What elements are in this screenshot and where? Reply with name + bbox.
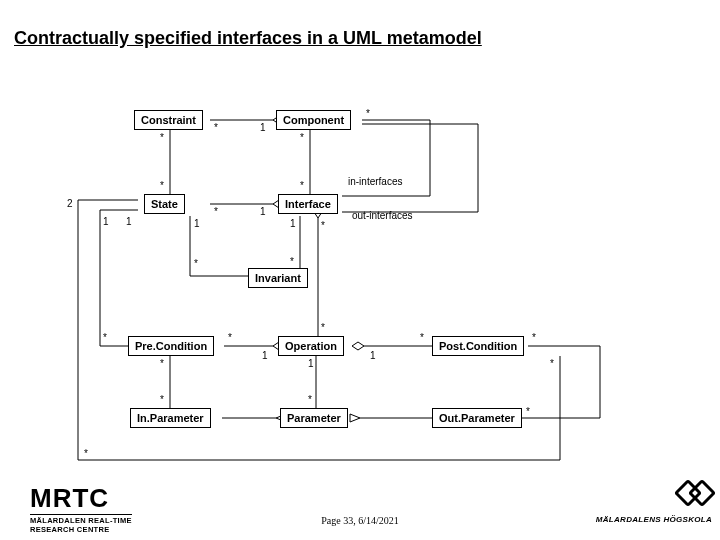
logo-mdh: MÄLARDALENS HÖGSKOLA xyxy=(596,480,712,526)
mult: * xyxy=(214,122,218,133)
class-operation: Operation xyxy=(278,336,344,356)
mult: 1 xyxy=(194,218,200,229)
mult: * xyxy=(103,332,107,343)
mult: * xyxy=(321,322,325,333)
logo-mdh-text: MÄLARDALENS HÖGSKOLA xyxy=(596,515,712,524)
mult: * xyxy=(160,358,164,369)
diagram-edges xyxy=(0,60,720,480)
class-state: State xyxy=(144,194,185,214)
class-outparameter: Out.Parameter xyxy=(432,408,522,428)
class-inparameter: In.Parameter xyxy=(130,408,211,428)
logo-mdh-icon xyxy=(676,480,712,502)
logo-mrtc-main: MRTC xyxy=(30,483,132,514)
mult: * xyxy=(160,180,164,191)
class-parameter: Parameter xyxy=(280,408,348,428)
uml-diagram: Constraint Component State Interface Inv… xyxy=(0,60,720,480)
footer: MRTC MÄLARDALEN REAL-TIME RESEARCH CENTR… xyxy=(0,480,720,540)
mult: * xyxy=(308,394,312,405)
mult: 1 xyxy=(260,122,266,133)
mult: 1 xyxy=(290,218,296,229)
class-postcondition: Post.Condition xyxy=(432,336,524,356)
mult: 1 xyxy=(370,350,376,361)
mult: * xyxy=(160,394,164,405)
mult: * xyxy=(214,206,218,217)
mult: * xyxy=(532,332,536,343)
mult: 1 xyxy=(126,216,132,227)
mult: * xyxy=(228,332,232,343)
mult: * xyxy=(160,132,164,143)
class-constraint: Constraint xyxy=(134,110,203,130)
mult: 1 xyxy=(103,216,109,227)
mult: 1 xyxy=(260,206,266,217)
mult: * xyxy=(194,258,198,269)
page-title: Contractually specified interfaces in a … xyxy=(14,28,482,49)
mult: * xyxy=(300,132,304,143)
mult: * xyxy=(550,358,554,369)
class-component: Component xyxy=(276,110,351,130)
mult: 2 xyxy=(67,198,73,209)
logo-mrtc: MRTC MÄLARDALEN REAL-TIME RESEARCH CENTR… xyxy=(30,483,132,534)
class-invariant: Invariant xyxy=(248,268,308,288)
mult: * xyxy=(526,406,530,417)
mult: * xyxy=(290,256,294,267)
class-interface: Interface xyxy=(278,194,338,214)
role-in-interfaces: in-interfaces xyxy=(348,176,402,187)
mult: * xyxy=(321,220,325,231)
mult: * xyxy=(84,448,88,459)
mult: 1 xyxy=(308,358,314,369)
mult: * xyxy=(366,108,370,119)
mult: * xyxy=(300,180,304,191)
mult: 1 xyxy=(262,350,268,361)
role-out-interfaces: out-interfaces xyxy=(352,210,413,221)
class-precondition: Pre.Condition xyxy=(128,336,214,356)
mult: * xyxy=(420,332,424,343)
